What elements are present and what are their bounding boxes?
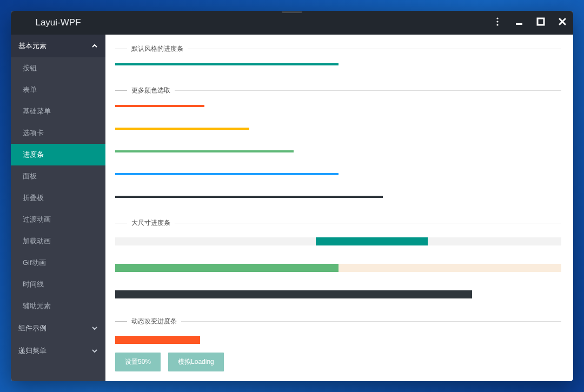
svg-point-0	[496, 17, 498, 19]
progress-fill	[115, 63, 339, 65]
progress-bar-large	[115, 237, 561, 245]
progress-bar-dynamic	[115, 336, 561, 344]
maximize-button[interactable]	[530, 11, 552, 35]
progress-fill	[115, 290, 472, 298]
sidebar-item-transition[interactable]: 过渡动画	[11, 209, 105, 230]
title-bar: Layui-WPF	[11, 11, 573, 35]
section-default-style: 默认风格的进度条	[115, 44, 561, 65]
more-button[interactable]	[487, 11, 508, 35]
svg-point-2	[496, 24, 498, 25]
sidebar-item-auxiliary[interactable]: 辅助元素	[11, 295, 105, 317]
section-title: 动态改变进度条	[127, 317, 181, 326]
chevron-down-icon	[91, 325, 98, 331]
close-icon	[558, 17, 567, 28]
progress-fill	[115, 264, 339, 272]
sidebar-item-button[interactable]: 按钮	[11, 57, 105, 79]
simulate-loading-button[interactable]: 模拟Loading	[168, 353, 224, 371]
section-header: 更多颜色选取	[115, 86, 561, 95]
chevron-up-icon	[91, 43, 98, 49]
progress-bar	[115, 196, 561, 198]
progress-bar	[115, 63, 561, 65]
progress-fill	[115, 196, 383, 198]
minimize-icon	[515, 17, 523, 28]
sidebar: 基本元素 按钮 表单 基础菜单 选项卡 进度条 面板 折叠板 过渡动画 加载动画…	[11, 35, 105, 381]
progress-fill	[316, 237, 427, 245]
app-body: 基本元素 按钮 表单 基础菜单 选项卡 进度条 面板 折叠板 过渡动画 加载动画…	[11, 35, 573, 381]
section-header: 默认风格的进度条	[115, 44, 561, 54]
sidebar-item-gif[interactable]: Gif动画	[11, 252, 105, 274]
sidebar-item-basic-menu[interactable]: 基础菜单	[11, 101, 105, 122]
section-title: 大尺寸进度条	[127, 218, 175, 228]
set-50-button[interactable]: 设置50%	[115, 353, 161, 371]
section-large-size: 大尺寸进度条	[115, 218, 561, 298]
app-title: Layui-WPF	[11, 17, 105, 28]
sidebar-item-collapse[interactable]: 折叠板	[11, 187, 105, 209]
section-title: 默认风格的进度条	[127, 44, 188, 54]
more-vertical-icon	[496, 17, 499, 28]
svg-rect-4	[537, 18, 544, 25]
sidebar-group-label: 组件示例	[18, 323, 47, 333]
sidebar-item-tabs[interactable]: 选项卡	[11, 122, 105, 144]
progress-fill	[115, 105, 204, 107]
progress-bar	[115, 150, 561, 152]
sidebar-group-basic[interactable]: 基本元素	[11, 35, 105, 57]
close-button[interactable]	[552, 11, 573, 35]
progress-fill	[115, 150, 294, 152]
sidebar-item-loading[interactable]: 加载动画	[11, 230, 105, 252]
svg-point-1	[496, 21, 498, 22]
button-row: 设置50% 模拟Loading	[115, 353, 561, 371]
minimize-button[interactable]	[508, 11, 530, 35]
progress-bar-large	[115, 264, 561, 272]
progress-fill	[115, 128, 249, 130]
progress-bar	[115, 105, 561, 107]
sidebar-group-components[interactable]: 组件示例	[11, 317, 105, 340]
app-window: Layui-WPF 基本元素	[11, 11, 573, 381]
progress-fill	[115, 173, 339, 175]
section-header: 大尺寸进度条	[115, 218, 561, 228]
progress-fill	[115, 336, 200, 344]
section-more-colors: 更多颜色选取	[115, 86, 561, 198]
maximize-icon	[536, 17, 545, 28]
progress-bar-large	[115, 290, 561, 298]
sidebar-item-progress[interactable]: 进度条	[11, 144, 105, 165]
sidebar-item-form[interactable]: 表单	[11, 79, 105, 101]
chevron-down-icon	[91, 348, 98, 354]
sidebar-group-recursive[interactable]: 递归菜单	[11, 340, 105, 362]
section-dynamic: 动态改变进度条 设置50% 模拟Loading	[115, 317, 561, 371]
sidebar-group-label: 基本元素	[18, 41, 47, 51]
sidebar-item-timeline[interactable]: 时间线	[11, 274, 105, 295]
sidebar-item-panel[interactable]: 面板	[11, 165, 105, 187]
svg-rect-3	[516, 23, 522, 25]
section-title: 更多颜色选取	[127, 86, 175, 95]
content-area: 默认风格的进度条 更多颜色选取	[105, 35, 573, 381]
progress-bar	[115, 173, 561, 175]
progress-bar	[115, 128, 561, 130]
sidebar-group-label: 递归菜单	[18, 346, 47, 356]
section-header: 动态改变进度条	[115, 317, 561, 326]
